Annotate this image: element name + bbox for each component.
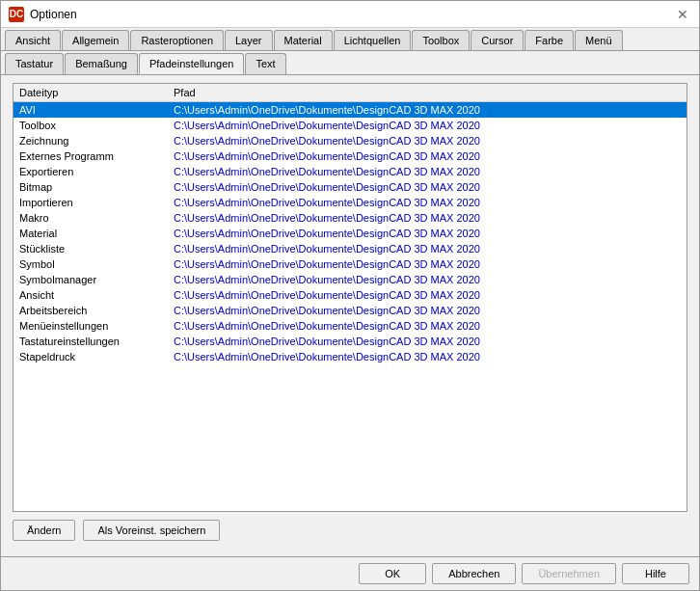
table-row[interactable]: SymbolC:\Users\Admin\OneDrive\Dokumente\… <box>13 256 687 272</box>
cell-type: Externes Programm <box>19 150 174 162</box>
table-body: AVIC:\Users\Admin\OneDrive\Dokumente\Des… <box>13 102 687 511</box>
cell-type: Symbol <box>19 258 174 270</box>
tab-layer[interactable]: Layer <box>225 30 273 50</box>
help-button[interactable]: Hilfe <box>622 563 689 584</box>
cell-path: C:\Users\Admin\OneDrive\Dokumente\Design… <box>174 336 681 347</box>
cell-path: C:\Users\Admin\OneDrive\Dokumente\Design… <box>174 104 681 116</box>
table-row[interactable]: AVIC:\Users\Admin\OneDrive\Dokumente\Des… <box>13 102 687 118</box>
header-col-type: Dateityp <box>19 87 174 98</box>
file-paths-table: Dateityp Pfad AVIC:\Users\Admin\OneDrive… <box>13 83 687 512</box>
tab-text[interactable]: Text <box>245 53 285 74</box>
cell-type: Importieren <box>19 197 174 208</box>
change-button[interactable]: Ändern <box>13 520 75 541</box>
cell-type: Stückliste <box>19 243 174 255</box>
cell-path: C:\Users\Admin\OneDrive\Dokumente\Design… <box>174 120 681 131</box>
table-row[interactable]: StapeldruckC:\Users\Admin\OneDrive\Dokum… <box>13 349 687 364</box>
title-bar: DC Optionen ✕ <box>1 1 699 28</box>
cell-type: AVI <box>19 104 174 116</box>
table-row[interactable]: BitmapC:\Users\Admin\OneDrive\Dokumente\… <box>13 179 687 195</box>
cell-path: C:\Users\Admin\OneDrive\Dokumente\Design… <box>174 351 681 363</box>
cell-type: Tastatureinstellungen <box>19 336 174 347</box>
close-button[interactable]: ✕ <box>674 6 691 23</box>
cell-path: C:\Users\Admin\OneDrive\Dokumente\Design… <box>174 243 681 255</box>
save-default-button[interactable]: Als Voreinst. speichern <box>83 520 220 541</box>
cell-type: Menüeinstellungen <box>19 320 174 332</box>
tabs-row1: Ansicht Allgemein Rasteroptionen Layer M… <box>1 28 699 51</box>
cell-type: Toolbox <box>19 120 174 131</box>
table-row[interactable]: MenüeinstellungenC:\Users\Admin\OneDrive… <box>13 318 687 334</box>
table-row[interactable]: ExportierenC:\Users\Admin\OneDrive\Dokum… <box>13 164 687 179</box>
cell-path: C:\Users\Admin\OneDrive\Dokumente\Design… <box>174 228 681 239</box>
tab-bemaszung[interactable]: Bemaßung <box>65 53 138 74</box>
table-row[interactable]: MaterialC:\Users\Admin\OneDrive\Dokument… <box>13 226 687 241</box>
tab-tastatur[interactable]: Tastatur <box>5 53 64 74</box>
tab-farbe[interactable]: Farbe <box>525 30 574 50</box>
table-row[interactable]: ZeichnungC:\Users\Admin\OneDrive\Dokumen… <box>13 133 687 148</box>
tab-cursor[interactable]: Cursor <box>471 30 524 50</box>
cell-type: Bitmap <box>19 181 174 193</box>
cell-type: Stapeldruck <box>19 351 174 363</box>
cell-type: Arbeitsbereich <box>19 305 174 316</box>
tab-lichtquellen[interactable]: Lichtquellen <box>334 30 412 50</box>
cell-type: Makro <box>19 212 174 224</box>
table-row[interactable]: ToolboxC:\Users\Admin\OneDrive\Dokumente… <box>13 118 687 133</box>
cell-path: C:\Users\Admin\OneDrive\Dokumente\Design… <box>174 274 681 285</box>
title-bar-left: DC Optionen <box>9 7 77 22</box>
tab-ansicht[interactable]: Ansicht <box>5 30 61 50</box>
table-row[interactable]: StücklisteC:\Users\Admin\OneDrive\Dokume… <box>13 241 687 256</box>
apply-button[interactable]: Übernehmen <box>522 563 616 584</box>
table-row[interactable]: ArbeitsbereichC:\Users\Admin\OneDrive\Do… <box>13 303 687 318</box>
options-window: DC Optionen ✕ Ansicht Allgemein Rasterop… <box>0 0 700 591</box>
cancel-button[interactable]: Abbrechen <box>432 563 516 584</box>
action-buttons: Ändern Als Voreinst. speichern <box>13 512 687 549</box>
cell-path: C:\Users\Admin\OneDrive\Dokumente\Design… <box>174 289 681 301</box>
cell-path: C:\Users\Admin\OneDrive\Dokumente\Design… <box>174 212 681 224</box>
cell-type: Ansicht <box>19 289 174 301</box>
header-col-path: Pfad <box>174 87 681 98</box>
table-row[interactable]: SymbolmanagerC:\Users\Admin\OneDrive\Dok… <box>13 272 687 287</box>
cell-path: C:\Users\Admin\OneDrive\Dokumente\Design… <box>174 305 681 316</box>
window-title: Optionen <box>30 8 77 21</box>
footer: OK Abbrechen Übernehmen Hilfe <box>1 556 699 590</box>
cell-path: C:\Users\Admin\OneDrive\Dokumente\Design… <box>174 166 681 177</box>
table-row[interactable]: AnsichtC:\Users\Admin\OneDrive\Dokumente… <box>13 287 687 303</box>
app-icon: DC <box>9 7 24 22</box>
cell-path: C:\Users\Admin\OneDrive\Dokumente\Design… <box>174 181 681 193</box>
ok-button[interactable]: OK <box>359 563 426 584</box>
tab-material[interactable]: Material <box>274 30 333 50</box>
cell-path: C:\Users\Admin\OneDrive\Dokumente\Design… <box>174 150 681 162</box>
cell-type: Zeichnung <box>19 135 174 147</box>
table-header: Dateityp Pfad <box>13 84 687 102</box>
cell-type: Symbolmanager <box>19 274 174 285</box>
cell-path: C:\Users\Admin\OneDrive\Dokumente\Design… <box>174 197 681 208</box>
tab-toolbox[interactable]: Toolbox <box>412 30 470 50</box>
table-row[interactable]: Externes ProgrammC:\Users\Admin\OneDrive… <box>13 148 687 164</box>
tab-allgemein[interactable]: Allgemein <box>62 30 129 50</box>
tabs-row2: Tastatur Bemaßung Pfadeinstellungen Text <box>1 51 699 75</box>
cell-path: C:\Users\Admin\OneDrive\Dokumente\Design… <box>174 135 681 147</box>
main-content: Dateityp Pfad AVIC:\Users\Admin\OneDrive… <box>1 75 699 556</box>
table-row[interactable]: TastatureinstellungenC:\Users\Admin\OneD… <box>13 334 687 349</box>
table-row[interactable]: ImportierenC:\Users\Admin\OneDrive\Dokum… <box>13 195 687 210</box>
tab-rasteroptionen[interactable]: Rasteroptionen <box>130 30 224 50</box>
table-row[interactable]: MakroC:\Users\Admin\OneDrive\Dokumente\D… <box>13 210 687 226</box>
tab-menu[interactable]: Menü <box>575 30 623 50</box>
cell-type: Exportieren <box>19 166 174 177</box>
cell-path: C:\Users\Admin\OneDrive\Dokumente\Design… <box>174 258 681 270</box>
cell-path: C:\Users\Admin\OneDrive\Dokumente\Design… <box>174 320 681 332</box>
cell-type: Material <box>19 228 174 239</box>
tab-pfadeinstellungen[interactable]: Pfadeinstellungen <box>139 53 244 74</box>
